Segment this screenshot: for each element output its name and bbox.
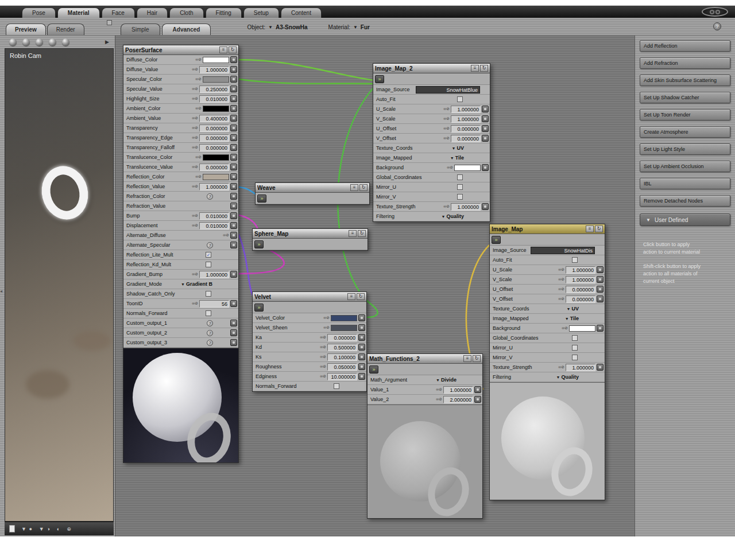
input-plug[interactable]: [230, 154, 237, 161]
node-output-plug[interactable]: »: [254, 240, 264, 248]
animation-key-icon[interactable]: ∞⊘: [192, 87, 198, 91]
node-math-functions-2[interactable]: Math_Functions_2≡↻»Math_Argument▼DivideV…: [367, 353, 483, 519]
hand-icon[interactable]: ⊕: [67, 526, 72, 532]
checkbox[interactable]: [334, 383, 339, 389]
color-swatch[interactable]: [203, 174, 229, 180]
input-plug[interactable]: [597, 266, 604, 273]
checkbox[interactable]: [457, 96, 463, 102]
room-tab-setup[interactable]: Setup: [243, 7, 279, 18]
checkbox[interactable]: [206, 291, 211, 297]
checkbox[interactable]: [457, 174, 463, 180]
param-value[interactable]: 0.000000: [199, 164, 229, 171]
node-menu-icon[interactable]: ≡: [471, 65, 479, 72]
node-title-bar[interactable]: PoserSurface≡↻: [123, 45, 238, 55]
param-value[interactable]: 1.000000: [451, 203, 481, 211]
color-swatch[interactable]: [331, 315, 357, 321]
animation-key-icon[interactable]: ∞⊘: [447, 165, 453, 170]
question-icon[interactable]: ?: [207, 242, 213, 248]
object-value[interactable]: A3-SnowHa: [276, 24, 308, 30]
input-plug[interactable]: [358, 344, 365, 351]
document-icon[interactable]: [9, 525, 15, 532]
color-swatch[interactable]: [203, 76, 229, 83]
animation-key-icon[interactable]: ∞⊘: [558, 287, 564, 291]
room-tab-pose[interactable]: Pose: [22, 7, 56, 18]
menu-select[interactable]: ▼Tile: [565, 316, 579, 321]
input-plug[interactable]: [230, 66, 237, 73]
input-plug[interactable]: [230, 85, 237, 92]
expand-icon[interactable]: ▶: [105, 39, 109, 45]
checkbox[interactable]: [457, 194, 463, 200]
param-value[interactable]: 1.000000: [199, 183, 229, 190]
sidebar-button-remove-detached-nodes[interactable]: Remove Detached Nodes: [640, 195, 730, 207]
animation-key-icon[interactable]: ∞⊘: [195, 174, 202, 179]
input-plug[interactable]: [358, 373, 365, 380]
param-value[interactable]: 0.050000: [327, 363, 357, 371]
sidebar-button-add-skin-subsurface-scattering[interactable]: Add Skin Subsurface Scattering: [640, 75, 730, 86]
sidebar-button-add-reflection[interactable]: Add Reflection: [640, 40, 730, 52]
input-plug[interactable]: [474, 386, 481, 393]
checkbox[interactable]: [206, 262, 211, 267]
menu-select[interactable]: ▼Gradient B: [181, 281, 212, 287]
animation-key-icon[interactable]: ∞⊘: [558, 297, 564, 301]
color-swatch[interactable]: [203, 106, 229, 112]
input-plug[interactable]: [230, 271, 237, 278]
input-plug[interactable]: [358, 334, 365, 341]
tab-simple[interactable]: Simple: [121, 24, 160, 35]
input-plug[interactable]: [230, 76, 237, 83]
animation-key-icon[interactable]: ∞⊘: [192, 184, 198, 189]
wire-diffuse-color-to-image-map-2[interactable]: [239, 60, 374, 80]
input-plug[interactable]: [597, 276, 604, 283]
param-value[interactable]: 1.000000: [566, 364, 595, 371]
tab-render[interactable]: Render: [47, 24, 84, 35]
material-dropdown-icon[interactable]: ▼: [353, 25, 358, 30]
animation-key-icon[interactable]: ∞⊘: [192, 96, 198, 101]
input-plug[interactable]: [482, 164, 489, 171]
input-plug[interactable]: [230, 173, 237, 180]
animation-key-icon[interactable]: ∞⊘: [323, 325, 330, 330]
input-plug[interactable]: [230, 339, 237, 346]
animation-key-icon[interactable]: ∞⊘: [195, 155, 202, 160]
input-plug[interactable]: [230, 56, 237, 63]
panel-options-button[interactable]: [107, 20, 112, 25]
node-menu-icon[interactable]: ≡: [219, 46, 227, 53]
room-tab-material[interactable]: Material: [57, 7, 100, 18]
param-value[interactable]: 1.000000: [451, 115, 481, 123]
object-dropdown-icon[interactable]: ▼: [268, 25, 273, 30]
room-tab-face[interactable]: Face: [102, 7, 135, 18]
snow-hat-model[interactable]: [36, 161, 94, 225]
menu-select[interactable]: ▼Tile: [450, 155, 464, 161]
input-plug[interactable]: [230, 300, 237, 307]
node-title-bar[interactable]: Sphere_Map≡↻: [253, 229, 368, 239]
animation-key-icon[interactable]: ∞⊘: [192, 126, 198, 130]
image-source-value[interactable]: SnowHatDis: [531, 247, 595, 254]
sidebar-button-set-up-shadow-catcher[interactable]: Set Up Shadow Catcher: [640, 92, 730, 103]
animation-key-icon[interactable]: ∞⊘: [192, 145, 198, 150]
node-posersurface[interactable]: PoserSurface≡↻Diffuse_Color∞⊘Diffuse_Val…: [123, 45, 239, 463]
param-value[interactable]: 0.000000: [451, 135, 481, 142]
param-value[interactable]: 0.400000: [199, 115, 229, 122]
node-menu-icon[interactable]: ≡: [586, 225, 594, 232]
menu-select[interactable]: ▼UV: [452, 145, 464, 151]
param-value[interactable]: 0.000000: [451, 125, 481, 133]
camera-name-label[interactable]: Robin Cam: [10, 52, 41, 59]
param-value[interactable]: 1.000000: [443, 386, 473, 394]
display-style-dropdown-icon[interactable]: ▼ ◑: [39, 526, 51, 532]
node-image-map-2[interactable]: Image_Map_2≡↻»Image_SourceSnowHatBlueAut…: [373, 63, 490, 222]
animation-key-icon[interactable]: ∞⊘: [223, 233, 229, 238]
user-defined-header[interactable]: ▼ User Defined: [640, 213, 730, 226]
input-plug[interactable]: [230, 232, 237, 239]
animation-key-icon[interactable]: ∞⊘: [195, 77, 202, 81]
animation-key-icon[interactable]: ∞⊘: [558, 365, 564, 370]
animation-key-icon[interactable]: ∞⊘: [558, 277, 564, 282]
animation-key-icon[interactable]: ∞⊘: [443, 126, 450, 131]
input-plug[interactable]: [482, 203, 489, 210]
node-toggle-icon[interactable]: ↻: [480, 65, 488, 72]
input-plug[interactable]: [597, 286, 604, 293]
param-value[interactable]: 1.000000: [199, 271, 229, 278]
node-output-plug[interactable]: »: [492, 236, 501, 244]
animation-key-icon[interactable]: ∞⊘: [558, 267, 564, 272]
animation-key-icon[interactable]: ∞⊘: [320, 355, 326, 359]
input-plug[interactable]: [230, 125, 237, 131]
node-weave[interactable]: Weave≡↻»: [255, 182, 370, 205]
tab-preview[interactable]: Preview: [6, 24, 46, 35]
